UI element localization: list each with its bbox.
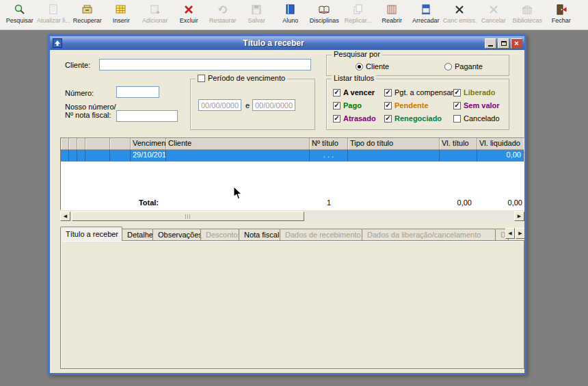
tab-nota-fiscal[interactable]: Nota fiscal (239, 229, 280, 241)
toolbar-button-adicionar: Adicionar (138, 1, 172, 29)
scrollbar-grip (185, 214, 191, 219)
checkbox-label: Pgt. a compensar (395, 88, 453, 96)
exit-door-icon (555, 3, 567, 16)
maximize-button[interactable] (498, 38, 509, 49)
grid-cell-vencimento: 29/10/2019 (131, 150, 166, 162)
grid-header-vl-titulo[interactable]: Vl. título (440, 138, 477, 150)
system-menu-icon[interactable] (53, 38, 62, 48)
title-bar[interactable]: Título a receber × (50, 36, 524, 50)
toolbar-label: Atualizar li... (37, 17, 70, 24)
toolbar-label: Replicar... (345, 17, 372, 24)
grid-header-tipo[interactable]: Tipo do título (348, 138, 440, 150)
grid-header-n-titulo[interactable]: Nº título (310, 138, 348, 150)
toolbar-label: Cancelar (481, 17, 506, 24)
library-building-icon (521, 3, 533, 16)
nosso-numero-search-input[interactable] (116, 110, 178, 122)
toolbar-button-recuperar[interactable]: Recuperar (70, 1, 105, 29)
radio-cliente[interactable]: Cliente (356, 62, 389, 70)
search-icon (14, 3, 26, 16)
toolbar-button-canc-emissao: Canc emiss... (443, 1, 477, 29)
grid-header-cliente[interactable]: Cliente (166, 138, 310, 150)
tab-observacoes[interactable]: Observações (152, 229, 201, 241)
checkbox-cancelado[interactable]: Cancelado (453, 114, 500, 123)
minimize-button[interactable] (485, 38, 496, 49)
checkbox-icon (333, 102, 340, 110)
scroll-left-arrow[interactable]: ◀ (60, 211, 70, 221)
toolbar-label: Restaurar (209, 17, 237, 24)
add-icon (149, 3, 161, 16)
tab-dados-liberacao: Dados da liberação/cancelamento (362, 229, 496, 241)
scrollbar-thumb[interactable] (72, 211, 304, 221)
checkbox-label: Liberado (464, 88, 495, 96)
open-book-icon (318, 3, 330, 16)
checkbox-atrasado[interactable]: Atrasado (333, 114, 376, 123)
titles-grid: Vencimento Cliente Nº título Tipo do tít… (60, 138, 524, 210)
checkbox-label: Renegociado (395, 114, 442, 123)
student-book-icon (284, 3, 297, 16)
checkbox-a-vencer[interactable]: A vencer (333, 88, 375, 96)
toolbar-button-disciplinas[interactable]: Disciplinas (308, 1, 342, 29)
tab-detalhe[interactable]: Detalhe (122, 229, 153, 241)
toolbar-button-bibliotecas: Bibliotecas (511, 1, 545, 29)
checkbox-pgt-a-compensar[interactable]: Pgt. a compensar (384, 88, 453, 96)
periodo-from-input (198, 99, 241, 111)
restore-icon (217, 3, 229, 16)
toolbar-label: Aluno (282, 17, 298, 24)
checkbox-pago[interactable]: Pago (333, 101, 362, 110)
pesquisar-por-title: Pesquisar por (332, 50, 382, 58)
tab-page-titulo-a-receber (60, 240, 524, 369)
toolbar-button-pesquisar[interactable]: Pesquisar (3, 1, 37, 29)
periodo-checkbox[interactable] (198, 75, 205, 82)
toolbar-label: Excluir (180, 17, 198, 24)
cliente-search-input[interactable] (99, 59, 311, 70)
toolbar-button-arrecadar[interactable]: Arrecadar (409, 1, 443, 29)
toolbar-label: Canc emiss... (443, 17, 477, 24)
grid-header-vl-liquidado[interactable]: Vl. liquidado (477, 138, 524, 150)
nosso-numero-label-line1: Nosso número/ (65, 103, 116, 111)
grid-row-selected[interactable]: 29/10/2019 . . . 0,00 (61, 150, 524, 162)
grid-cell (110, 150, 131, 162)
tab-scroll-left-button[interactable]: ◀ (505, 228, 515, 239)
scroll-right-arrow[interactable]: ▶ (514, 211, 524, 221)
checkbox-label: Cancelado (464, 114, 500, 123)
toolbar-label: Bibliotecas (512, 17, 542, 24)
checkbox-label: Pendente (395, 101, 429, 110)
numero-search-input[interactable] (116, 86, 159, 98)
close-button[interactable]: × (511, 38, 522, 49)
radio-button-icon (444, 63, 452, 70)
radio-pagante[interactable]: Pagante (444, 62, 483, 70)
close-icon: × (514, 40, 518, 47)
delete-x-icon (183, 3, 195, 16)
tab-scroll-right-button[interactable]: ▶ (516, 228, 524, 239)
titulo-a-receber-window: Título a receber × Cliente: Número: Noss… (48, 34, 526, 375)
tab-titulo-a-receber[interactable]: Título a receber (60, 227, 122, 241)
checkbox-icon (453, 115, 461, 123)
toolbar-button-reabrir[interactable]: Reabrir (375, 1, 410, 29)
tab-descontos: Descontos (200, 229, 239, 241)
window-title: Título a receber (62, 38, 485, 48)
toolbar-button-fechar[interactable]: Fechar (544, 1, 578, 29)
toolbar-button-excluir[interactable]: Excluir (172, 1, 206, 29)
tab-dados-recebimento: Dados de recebimento (280, 229, 362, 241)
grid-cell-vl-titulo (440, 150, 477, 162)
grid-header-vencimento[interactable]: Vencimento (131, 138, 166, 150)
checkbox-label: Atrasado (343, 114, 376, 123)
checkbox-liberado[interactable]: Liberado (453, 88, 495, 96)
toolbar-label: Salvar (248, 17, 265, 24)
total-label: Total: (119, 198, 159, 207)
checkbox-sem-valor[interactable]: Sem valor (453, 101, 500, 110)
checkbox-icon (453, 89, 461, 96)
toolbar-button-atualizar: Atualizar li... (37, 1, 71, 29)
checkbox-label: Sem valor (464, 101, 500, 110)
checkbox-icon (333, 115, 340, 123)
checkbox-icon (384, 115, 392, 123)
grid-cell (61, 150, 69, 162)
toolbar-button-inserir[interactable]: Inserir (105, 1, 139, 29)
checkbox-icon (453, 102, 461, 110)
periodo-title-label: Período de vencimento (208, 74, 285, 82)
checkbox-pendente[interactable]: Pendente (384, 101, 429, 110)
checkbox-renegociado[interactable]: Renegociado (384, 114, 442, 123)
toolbar-button-aluno[interactable]: Aluno (273, 1, 308, 29)
periodo-conjunction-label: e (245, 101, 250, 110)
detail-tabstrip: Título a receber Detalhe Observações Des… (60, 227, 514, 241)
